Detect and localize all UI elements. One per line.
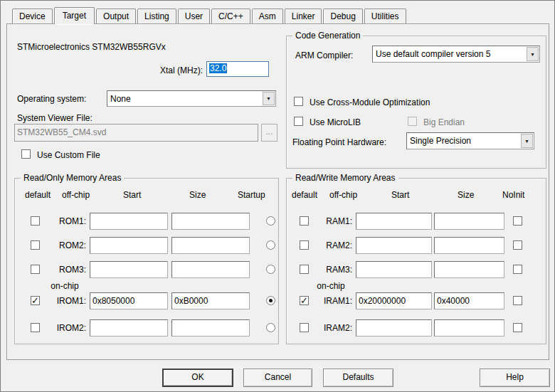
irom1-startup-radio[interactable]	[266, 296, 275, 305]
operating-system-label: Operating system:	[17, 94, 86, 104]
arm-compiler-label: ARM Compiler:	[295, 51, 353, 60]
rom3-row: ROM3:	[15, 261, 278, 280]
dropdown-arrow-icon[interactable]	[263, 92, 275, 105]
floating-point-hardware-select[interactable]: Single Precision	[406, 132, 534, 149]
tab-cpp[interactable]: C/C++	[211, 9, 250, 23]
xtal-input[interactable]: 32.0	[206, 61, 269, 77]
dropdown-arrow-icon[interactable]	[527, 47, 539, 61]
irom2-default-checkbox[interactable]	[31, 323, 40, 332]
iram2-default-checkbox[interactable]	[300, 323, 309, 332]
rom1-startup-radio[interactable]	[266, 216, 275, 226]
floating-point-hardware-label: Floating Point Hardware:	[292, 137, 386, 147]
iram1-size-input[interactable]	[434, 292, 504, 309]
arm-compiler-select[interactable]: Use default compiler version 5	[372, 46, 540, 63]
tab-device[interactable]: Device	[12, 9, 53, 23]
rom3-label: ROM3:	[43, 265, 86, 275]
ram2-label: RAM2:	[310, 240, 352, 250]
ram-header-offchip: off-chip	[329, 190, 357, 200]
read-write-memory-title: Read/Write Memory Areas	[292, 173, 398, 183]
ram3-label: RAM3:	[310, 265, 352, 275]
ram1-size-input[interactable]	[434, 213, 504, 230]
cross-module-optimization-label: Use Cross-Module Optimization	[310, 97, 430, 107]
operating-system-select[interactable]: None	[107, 90, 276, 107]
rom2-size-input[interactable]	[171, 237, 250, 254]
ram2-noinit-checkbox[interactable]	[513, 240, 522, 250]
rom2-default-checkbox[interactable]	[31, 240, 40, 250]
rom1-row: ROM1:	[15, 213, 278, 231]
big-endian-label: Big Endian	[423, 117, 465, 127]
ok-button[interactable]: OK	[162, 369, 233, 387]
use-custom-file-checkbox[interactable]	[21, 149, 31, 159]
rom-header-default: default	[25, 190, 51, 200]
iram1-start-input[interactable]	[356, 292, 432, 309]
code-generation-title: Code Generation	[292, 31, 363, 41]
rom3-start-input[interactable]	[90, 261, 168, 278]
ram-header-default: default	[292, 190, 317, 200]
rom2-label: ROM2:	[43, 240, 86, 250]
ram2-size-input[interactable]	[434, 237, 504, 254]
iram1-row: IRAM1:	[287, 292, 546, 311]
floating-point-hardware-value: Single Precision	[407, 136, 520, 146]
read-only-memory-areas-group: Read/Only Memory Areas default off-chip …	[14, 178, 279, 344]
rom1-size-input[interactable]	[171, 213, 250, 230]
rom-header-start: Start	[123, 190, 141, 200]
browse-svd-button[interactable]: ...	[261, 124, 278, 142]
cancel-button[interactable]: Cancel	[243, 369, 312, 387]
tab-target[interactable]: Target	[54, 7, 95, 24]
rom3-startup-radio[interactable]	[266, 265, 275, 274]
iram2-start-input[interactable]	[356, 319, 432, 337]
rom-header-offchip: off-chip	[62, 190, 90, 200]
irom1-start-input[interactable]	[90, 292, 168, 309]
ram3-row: RAM3:	[287, 261, 546, 280]
iram2-noinit-checkbox[interactable]	[513, 323, 522, 332]
tab-debug[interactable]: Debug	[323, 9, 362, 23]
iram1-default-checkbox[interactable]	[300, 296, 309, 305]
rom1-start-input[interactable]	[90, 213, 168, 230]
system-viewer-file-field[interactable]: STM32WB55_CM4.svd	[14, 124, 258, 142]
use-microlib-checkbox[interactable]	[294, 117, 303, 126]
rom-header-startup: Startup	[238, 190, 265, 200]
ram2-start-input[interactable]	[356, 237, 432, 254]
ram-column-headers: default off-chip Start Size NoInit	[287, 190, 546, 200]
tab-listing[interactable]: Listing	[137, 9, 176, 23]
irom1-default-checkbox[interactable]	[31, 296, 40, 305]
tab-linker[interactable]: Linker	[285, 9, 322, 23]
ram1-row: RAM1:	[287, 213, 546, 231]
ram1-start-input[interactable]	[356, 213, 432, 230]
operating-system-value: None	[107, 94, 262, 104]
xtal-selected-text: 32.0	[209, 63, 227, 73]
irom2-size-input[interactable]	[171, 319, 250, 337]
rom1-default-checkbox[interactable]	[31, 216, 40, 226]
ram1-noinit-checkbox[interactable]	[513, 216, 522, 226]
ram3-size-input[interactable]	[434, 261, 504, 278]
defaults-button[interactable]: Defaults	[323, 369, 393, 387]
rom-column-headers: default off-chip Start Size Startup	[15, 190, 278, 200]
rom3-size-input[interactable]	[171, 261, 250, 278]
ram2-default-checkbox[interactable]	[300, 240, 309, 250]
tab-output[interactable]: Output	[96, 9, 136, 23]
ram3-noinit-checkbox[interactable]	[513, 265, 522, 274]
tab-utilities[interactable]: Utilities	[364, 9, 406, 23]
rom3-default-checkbox[interactable]	[31, 265, 40, 274]
irom2-start-input[interactable]	[90, 319, 168, 337]
ram2-row: RAM2:	[287, 237, 546, 255]
read-write-memory-areas-group: Read/Write Memory Areas default off-chip…	[286, 178, 546, 344]
target-tab-page: STMicroelectronics STM32WB55RGVx Xtal (M…	[6, 23, 549, 360]
help-button[interactable]: Help	[480, 369, 550, 387]
ram3-start-input[interactable]	[356, 261, 432, 278]
irom2-row: IROM2:	[15, 319, 278, 338]
iram2-row: IRAM2:	[287, 319, 546, 338]
rom2-startup-radio[interactable]	[266, 240, 275, 250]
tab-asm[interactable]: Asm	[252, 9, 283, 23]
tab-user[interactable]: User	[178, 9, 210, 23]
iram2-size-input[interactable]	[434, 319, 504, 337]
irom2-startup-radio[interactable]	[266, 323, 275, 332]
cross-module-optimization-checkbox[interactable]	[294, 97, 303, 106]
rom2-start-input[interactable]	[90, 237, 168, 254]
dropdown-arrow-icon[interactable]	[521, 134, 533, 148]
ram1-default-checkbox[interactable]	[300, 216, 309, 226]
irom1-size-input[interactable]	[171, 292, 250, 309]
ram3-default-checkbox[interactable]	[300, 265, 309, 274]
iram1-noinit-checkbox[interactable]	[513, 296, 522, 305]
big-endian-checkbox[interactable]	[408, 117, 417, 126]
